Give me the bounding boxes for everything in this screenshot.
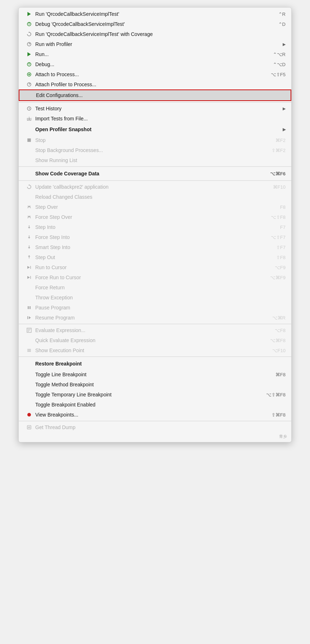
menu-item-step-into: Step IntoF7 [19,222,291,232]
item-label-evaluate-expr: Evaluate Expression... [35,327,85,333]
item-icon-attach-process [26,71,32,78]
item-label-step-into: Step Into [35,224,55,230]
item-icon-force-run-cursor [26,274,32,281]
shortcut-stop-bg: ⇧⌘F2 [272,148,286,153]
shortcut-force-step-over: ⌥⇧F8 [271,215,286,220]
svg-rect-33 [28,306,29,309]
item-left-evaluate-expr: Evaluate Expression... [26,327,85,334]
submenu-arrow-run-profiler: ▶ [283,42,286,47]
item-label-import-tests: Import Tests from File... [35,116,88,121]
item-icon-run-test [26,11,32,17]
shortcut-resume-program: ⌥⌘R [272,315,286,321]
item-left-reload-classes: Reload Changed Classes [26,194,92,200]
menu-item-view-breakpoints[interactable]: View Breakpoints...⇧⌘F8 [19,410,291,420]
icon-placeholder-toggle-temp-bp [26,391,32,398]
menu-item-restore-breakpoint[interactable]: Restore Breakpoint [19,358,291,369]
menu-item-stop: Stop⌘F2 [19,135,291,145]
menu-item-step-over: Step OverF8 [19,202,291,212]
item-label-stop-bg: Stop Background Processes... [35,147,103,153]
menu-item-stop-bg: Stop Background Processes...⇧⌘F2 [19,145,291,155]
svg-marker-31 [27,276,30,279]
menu-item-pause-program: Pause Program [19,303,291,313]
item-label-attach-profiler: Attach Profiler to Process... [35,82,96,87]
menu-item-show-running: Show Running List [19,155,291,165]
item-left-smart-step-into: Smart Step Into [26,244,70,250]
item-label-show-running: Show Running List [35,157,77,163]
shortcut-step-out: ⇧F8 [276,255,286,260]
item-left-pause-program: Pause Program [26,304,70,311]
icon-placeholder-toggle-bp-enabled [26,401,32,408]
menu-item-toggle-method-bp[interactable]: Toggle Method Breakpoint [19,380,291,390]
shortcut-evaluate-expr: ⌥F8 [275,328,286,333]
item-icon-attach-profiler [26,81,32,88]
item-left-toggle-method-bp: Toggle Method Breakpoint [26,381,94,388]
menu-separator [19,356,291,357]
svg-point-46 [28,427,30,428]
item-left-show-coverage: Show Code Coverage Data [26,170,99,177]
menu-item-resume-program: Resume Program⌥⌘R [19,313,291,323]
menu-item-edit-configurations[interactable]: Edit Configurations... [19,89,291,101]
menu-item-show-coverage[interactable]: Show Code Coverage Data⌥⌘F6 [19,168,291,179]
menu-item-run-profiler[interactable]: Run with Profiler▶ [19,39,291,49]
menu-item-force-return: Force Return [19,282,291,293]
item-icon-run-to-cursor [26,264,32,271]
item-icon-step-out [26,254,32,261]
menu-item-toggle-line-bp[interactable]: Toggle Line Breakpoint⌘F8 [19,369,291,380]
menu-item-toggle-temp-bp[interactable]: Toggle Temporary Line Breakpoint⌥⇧⌘F8 [19,390,291,400]
item-label-toggle-line-bp: Toggle Line Breakpoint [35,372,86,377]
item-left-force-run-cursor: Force Run to Cursor [26,274,81,281]
menu-item-attach-profiler[interactable]: Attach Profiler to Process... [19,79,291,89]
item-left-step-over: Step Over [26,204,58,210]
menu-item-run[interactable]: Run...⌃⌥R [19,49,291,59]
menu-item-evaluate-expr: Evaluate Expression...⌥F8 [19,325,291,335]
svg-marker-36 [29,316,31,319]
item-label-force-return: Force Return [35,285,65,290]
menu-item-get-thread-dump: Get Thread Dump [19,422,291,432]
menu-item-run-to-cursor: Run to Cursor⌥F9 [19,262,291,272]
item-label-toggle-temp-bp: Toggle Temporary Line Breakpoint [35,392,111,397]
item-label-run-to-cursor: Run to Cursor [35,264,67,270]
menu-item-debug-test[interactable]: Debug 'QrcodeCallbackServiceImplTest'⌃D [19,19,291,29]
item-icon-evaluate-expr [26,327,32,334]
item-left-toggle-line-bp: Toggle Line Breakpoint [26,371,86,378]
shortcut-force-step-into: ⌥⇧F7 [271,235,286,240]
item-label-throw-exception: Throw Exception [35,295,73,300]
menu-item-toggle-bp-enabled[interactable]: Toggle Breakpoint Enabled [19,400,291,410]
menu-item-attach-process[interactable]: Attach to Process...⌥⇧F5 [19,69,291,79]
svg-marker-26 [28,247,30,249]
item-label-reload-classes: Reload Changed Classes [35,194,92,200]
shortcut-show-coverage: ⌥⌘F6 [270,171,286,176]
menu-separator [19,166,291,167]
item-left-view-breakpoints: View Breakpoints... [26,411,78,418]
menu-item-show-execution: Show Execution Point⌥F10 [19,345,291,355]
menu-item-import-tests[interactable]: Import Tests from File... [19,114,291,124]
item-left-toggle-temp-bp: Toggle Temporary Line Breakpoint [26,391,111,398]
svg-marker-29 [27,266,30,269]
menu-item-open-profiler[interactable]: Open Profiler Snapshot▶ [19,124,291,135]
item-icon-step-into [26,224,32,230]
menu-item-run-test[interactable]: Run 'QrcodeCallbackServiceImplTest'⌃R [19,9,291,19]
menu-item-test-history[interactable]: Test History▶ [19,104,291,114]
menu-item-force-step-into: Force Step Into⌥⇧F7 [19,232,291,242]
item-left-restore-breakpoint: Restore Breakpoint [26,360,82,367]
menu-separator [19,324,291,324]
shortcut-stop: ⌘F2 [275,138,286,143]
item-left-quick-evaluate: Quick Evaluate Expression [26,337,95,344]
shortcut-debug-test: ⌃D [278,22,286,27]
item-label-run-coverage: Run 'QrcodeCallbackServiceImplTest' with… [35,31,153,37]
menu-item-debug[interactable]: Debug...⌃⌥D [19,59,291,69]
item-label-view-breakpoints: View Breakpoints... [35,412,78,418]
menu-item-step-out: Step Out⇧F8 [19,252,291,262]
menu-item-update-app: Update 'callbackpre2' application⌘F10 [19,182,291,192]
shortcut-run-to-cursor: ⌥F9 [275,265,286,270]
item-icon-show-execution [26,347,32,354]
svg-marker-28 [28,255,30,257]
item-label-step-over: Step Over [35,204,58,210]
item-left-run-to-cursor: Run to Cursor [26,264,67,271]
item-label-run-test: Run 'QrcodeCallbackServiceImplTest' [35,11,119,17]
item-left-stop: Stop [26,137,46,143]
svg-marker-0 [27,12,31,16]
item-left-run-profiler: Run with Profiler [26,41,72,47]
menu-item-run-coverage[interactable]: Run 'QrcodeCallbackServiceImplTest' with… [19,29,291,39]
item-label-show-coverage: Show Code Coverage Data [35,171,99,176]
